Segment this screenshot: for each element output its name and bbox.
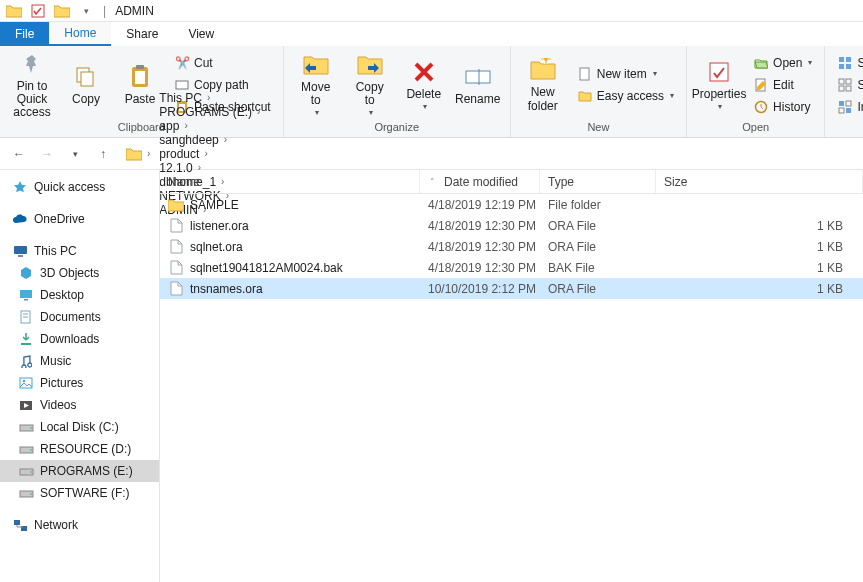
invert-selection-button[interactable]: Invert selection [833, 97, 863, 117]
up-button[interactable]: ↑ [92, 143, 114, 165]
breadcrumb-pc-icon[interactable]: › [124, 147, 155, 161]
group-select: Select all Select none Invert selection … [825, 46, 863, 137]
group-new: New folder New item▾ Easy access▾ New [511, 46, 687, 137]
breadcrumb-segment[interactable]: product› [157, 147, 265, 161]
sidebar-videos[interactable]: Videos [0, 394, 159, 416]
select-all-button[interactable]: Select all [833, 53, 863, 73]
file-type: File folder [540, 198, 656, 212]
sidebar-this-pc[interactable]: This PC [0, 240, 159, 262]
breadcrumb-segment[interactable]: This PC› [157, 91, 265, 105]
select-all-icon [837, 55, 853, 71]
table-row[interactable]: sqlnet19041812AM0024.bak4/18/2019 12:30 … [160, 257, 863, 278]
edit-icon [753, 77, 769, 93]
column-size[interactable]: Size [656, 170, 863, 193]
open-button[interactable]: Open▾ [749, 53, 816, 73]
table-row[interactable]: tnsnames.ora10/10/2019 2:12 PMORA File1 … [160, 278, 863, 299]
svg-rect-25 [839, 101, 844, 106]
drive-icon [18, 485, 34, 501]
copy-to-button[interactable]: Copy to▾ [346, 50, 394, 120]
table-row[interactable]: listener.ora4/18/2019 12:30 PMORA File1 … [160, 215, 863, 236]
sidebar-quick-access[interactable]: Quick access [0, 176, 159, 198]
svg-rect-29 [14, 246, 27, 254]
sidebar-desktop[interactable]: Desktop [0, 284, 159, 306]
cut-button[interactable]: ✂️Cut [170, 53, 275, 73]
group-select-label: Select [833, 121, 863, 135]
folder-icon-2 [52, 2, 72, 20]
sidebar-documents[interactable]: Documents [0, 306, 159, 328]
svg-rect-14 [710, 63, 728, 81]
svg-rect-19 [839, 64, 844, 69]
table-row[interactable]: sqlnet.ora4/18/2019 12:30 PMORA File1 KB [160, 236, 863, 257]
column-name[interactable]: Name [160, 170, 420, 193]
file-name: SAMPLE [190, 198, 239, 212]
file-type: ORA File [540, 282, 656, 296]
column-type[interactable]: Type [540, 170, 656, 193]
ribbon: Pin to Quick access Copy Paste ✂️Cut Cop… [0, 46, 863, 138]
invert-selection-icon [837, 99, 853, 115]
rename-icon [464, 63, 492, 91]
svg-point-43 [30, 449, 32, 451]
svg-rect-21 [839, 79, 844, 84]
table-row[interactable]: SAMPLE4/18/2019 12:19 PMFile folder [160, 194, 863, 215]
delete-icon [410, 58, 438, 86]
svg-rect-26 [846, 101, 851, 106]
pin-to-quick-access-button[interactable]: Pin to Quick access [8, 50, 56, 120]
svg-rect-24 [846, 86, 851, 91]
download-icon [18, 331, 34, 347]
desktop-icon [18, 287, 34, 303]
sidebar-resource-d[interactable]: RESOURCE (D:) [0, 438, 159, 460]
drive-icon [18, 463, 34, 479]
music-icon [18, 353, 34, 369]
star-icon [12, 179, 28, 195]
tab-file[interactable]: File [0, 22, 49, 46]
move-to-button[interactable]: Move to▾ [292, 50, 340, 120]
sidebar-downloads[interactable]: Downloads [0, 328, 159, 350]
sidebar-onedrive[interactable]: OneDrive [0, 208, 159, 230]
sidebar-local-disk-c[interactable]: Local Disk (C:) [0, 416, 159, 438]
tab-view[interactable]: View [173, 22, 229, 46]
svg-rect-48 [14, 520, 20, 525]
file-size: 1 KB [656, 219, 863, 233]
group-open-label: Open [695, 121, 816, 135]
recent-locations-button[interactable]: ▾ [64, 143, 86, 165]
forward-button[interactable]: → [36, 143, 58, 165]
svg-rect-4 [135, 71, 145, 84]
svg-rect-5 [136, 65, 144, 69]
paste-icon [126, 63, 154, 91]
breadcrumb[interactable]: › This PC›PROGRAMS (E:)›app›sanghdeep›pr… [120, 142, 855, 166]
qat-properties-icon[interactable] [28, 2, 48, 20]
sidebar-3d-objects[interactable]: 3D Objects [0, 262, 159, 284]
sidebar-network[interactable]: Network [0, 514, 159, 536]
delete-button[interactable]: Delete▾ [400, 50, 448, 120]
breadcrumb-segment[interactable]: app› [157, 119, 265, 133]
cube-icon [18, 265, 34, 281]
svg-rect-6 [176, 81, 188, 89]
sidebar-pictures[interactable]: Pictures [0, 372, 159, 394]
sidebar-software-f[interactable]: SOFTWARE (F:) [0, 482, 159, 504]
sidebar-programs-e[interactable]: PROGRAMS (E:) [0, 460, 159, 482]
history-icon [753, 99, 769, 115]
breadcrumb-segment[interactable]: sanghdeep› [157, 133, 265, 147]
copy-button[interactable]: Copy [62, 50, 110, 120]
breadcrumb-segment[interactable]: PROGRAMS (E:)› [157, 105, 265, 119]
svg-rect-30 [18, 255, 23, 257]
tab-home[interactable]: Home [49, 22, 111, 46]
new-folder-button[interactable]: New folder [519, 50, 567, 120]
edit-button[interactable]: Edit [749, 75, 816, 95]
tab-share[interactable]: Share [111, 22, 173, 46]
qat-dropdown-icon[interactable]: ▾ [76, 2, 96, 20]
properties-button[interactable]: Properties▾ [695, 50, 743, 120]
new-item-button[interactable]: New item▾ [573, 64, 678, 84]
rename-button[interactable]: Rename [454, 50, 502, 120]
pc-icon [12, 243, 28, 259]
ribbon-tabs: File Home Share View [0, 22, 863, 46]
column-date[interactable]: Date modified [420, 170, 540, 193]
copy-icon [72, 63, 100, 91]
sidebar-music[interactable]: Music [0, 350, 159, 372]
select-none-button[interactable]: Select none [833, 75, 863, 95]
back-button[interactable]: ← [8, 143, 30, 165]
history-button[interactable]: History [749, 97, 816, 117]
easy-access-button[interactable]: Easy access▾ [573, 86, 678, 106]
documents-icon [18, 309, 34, 325]
file-name: sqlnet19041812AM0024.bak [190, 261, 343, 275]
